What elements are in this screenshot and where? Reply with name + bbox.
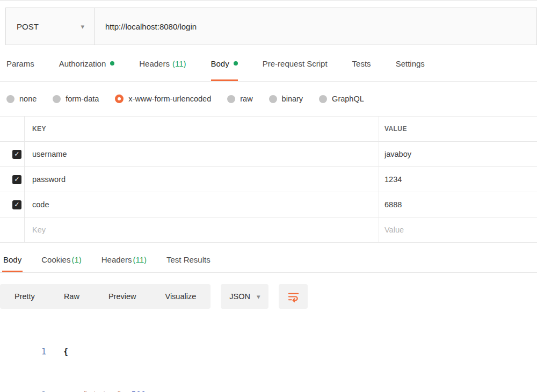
request-url-bar: POST ▾ http://localhost:8080/login bbox=[0, 1, 537, 46]
table-row: ✓ password 1234 bbox=[0, 167, 537, 192]
line-number: 2 bbox=[0, 388, 46, 392]
tab-body[interactable]: Body bbox=[211, 46, 238, 81]
radio-selected-icon bbox=[115, 95, 124, 103]
status-dot bbox=[110, 61, 114, 66]
value-header: VALUE bbox=[379, 117, 537, 141]
value-field[interactable]: 6888 bbox=[379, 192, 537, 217]
row-checkbox[interactable]: ✓ bbox=[12, 150, 21, 159]
value-field-placeholder[interactable]: Value bbox=[379, 217, 537, 242]
tab-pre-request-script[interactable]: Pre-request Script bbox=[263, 46, 328, 81]
key-field-placeholder[interactable]: Key bbox=[25, 217, 379, 242]
key-field[interactable]: username bbox=[25, 142, 379, 166]
value-field[interactable]: 1234 bbox=[379, 167, 537, 192]
table-header-row: KEY VALUE bbox=[0, 117, 537, 142]
table-row: ✓ code 6888 bbox=[0, 192, 537, 217]
tab-headers[interactable]: Headers (11) bbox=[139, 46, 186, 81]
key-field[interactable]: password bbox=[25, 167, 379, 192]
wrap-text-icon bbox=[287, 291, 300, 303]
cookies-count: (1) bbox=[71, 255, 81, 264]
response-toolbar: Pretty Raw Preview Visualize JSON ▾ bbox=[0, 284, 537, 309]
request-tabs: Params Authorization Headers (11) Body P… bbox=[0, 46, 537, 82]
response-tab-cookies[interactable]: Cookies (1) bbox=[40, 247, 83, 272]
view-preview-button[interactable]: Preview bbox=[94, 284, 151, 309]
urlencoded-kv-table: KEY VALUE ✓ username javaboy ✓ password … bbox=[0, 116, 537, 243]
body-mode-selector: none form-data x-www-form-urlencoded raw… bbox=[0, 82, 537, 116]
headers-count: (11) bbox=[133, 255, 147, 264]
table-row-empty: Key Value bbox=[0, 217, 537, 243]
value-field[interactable]: javaboy bbox=[379, 142, 537, 166]
response-tab-body[interactable]: Body bbox=[2, 247, 23, 272]
tab-settings[interactable]: Settings bbox=[396, 46, 425, 81]
response-body-viewer: 1 { 2 "status": 500, 3 "msg": "Bad crede… bbox=[0, 309, 537, 392]
row-checkbox[interactable]: ✓ bbox=[12, 175, 21, 184]
url-value: http://localhost:8080/login bbox=[105, 22, 197, 31]
radio-icon bbox=[6, 95, 14, 103]
view-mode-group: Pretty Raw Preview Visualize bbox=[0, 284, 211, 309]
code-line: 1 { bbox=[0, 345, 537, 359]
view-raw-button[interactable]: Raw bbox=[49, 284, 94, 309]
header-check-cell bbox=[0, 117, 25, 141]
response-tab-test-results[interactable]: Test Results bbox=[165, 247, 212, 272]
format-dropdown[interactable]: JSON ▾ bbox=[221, 284, 268, 309]
mode-binary[interactable]: binary bbox=[269, 95, 303, 103]
line-number: 1 bbox=[0, 345, 46, 359]
view-visualize-button[interactable]: Visualize bbox=[150, 284, 211, 309]
tab-authorization[interactable]: Authorization bbox=[59, 46, 115, 81]
response-tab-headers[interactable]: Headers (11) bbox=[100, 247, 148, 272]
view-pretty-button[interactable]: Pretty bbox=[0, 284, 49, 309]
wrap-text-button[interactable] bbox=[279, 284, 308, 309]
tab-tests[interactable]: Tests bbox=[352, 46, 371, 81]
row-checkbox[interactable]: ✓ bbox=[12, 200, 21, 209]
radio-icon bbox=[227, 95, 235, 103]
mode-x-www-form-urlencoded[interactable]: x-www-form-urlencoded bbox=[115, 95, 211, 103]
chevron-down-icon: ▾ bbox=[257, 293, 260, 301]
key-field[interactable]: code bbox=[25, 192, 379, 217]
key-header: KEY bbox=[25, 117, 379, 141]
response-tabs: Body Cookies (1) Headers (11) Test Resul… bbox=[0, 247, 537, 273]
mode-raw[interactable]: raw bbox=[227, 95, 252, 103]
mode-form-data[interactable]: form-data bbox=[53, 95, 99, 103]
radio-icon bbox=[269, 95, 277, 103]
radio-icon bbox=[319, 95, 327, 103]
headers-count: (11) bbox=[172, 59, 186, 68]
radio-icon bbox=[53, 95, 61, 103]
url-input[interactable]: http://localhost:8080/login bbox=[95, 8, 537, 45]
mode-graphql[interactable]: GraphQL bbox=[319, 95, 364, 103]
table-row: ✓ username javaboy bbox=[0, 142, 537, 167]
tab-params[interactable]: Params bbox=[6, 46, 34, 81]
mode-none[interactable]: none bbox=[6, 95, 37, 103]
code-line: 2 "status": 500, bbox=[0, 388, 537, 392]
status-dot bbox=[234, 61, 238, 66]
chevron-down-icon: ▾ bbox=[81, 23, 84, 31]
method-dropdown[interactable]: POST ▾ bbox=[5, 8, 95, 45]
method-label: POST bbox=[17, 22, 39, 31]
